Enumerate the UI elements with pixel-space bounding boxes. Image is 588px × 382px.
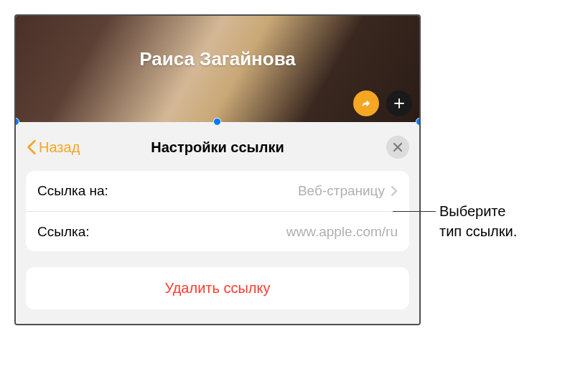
- delete-group: Удалить ссылку: [26, 267, 409, 309]
- link-url-value: www.apple.com/ru: [286, 224, 398, 240]
- close-button[interactable]: [386, 136, 409, 159]
- link-to-row[interactable]: Ссылка на: Веб-страницу: [26, 171, 409, 211]
- link-to-value-text: Веб-страницу: [298, 183, 385, 199]
- back-button[interactable]: Назад: [26, 139, 80, 156]
- settings-group: Ссылка на: Веб-страницу Ссылка: www.appl…: [26, 171, 409, 251]
- callout-text: Выберите тип ссылки.: [439, 201, 517, 241]
- callout-line-1: Выберите: [439, 201, 517, 221]
- callout-leader-line: [393, 211, 436, 212]
- link-to-label: Ссылка на:: [37, 183, 108, 199]
- link-to-value: Веб-страницу: [298, 183, 398, 199]
- popover-panel: Раиса Загайнова: [14, 14, 421, 325]
- delete-link-button[interactable]: Удалить ссылку: [39, 280, 396, 297]
- share-arrow-icon: [360, 97, 373, 110]
- contact-name: Раиса Загайнова: [139, 48, 296, 70]
- link-settings-popover: Назад Настройки ссылки Ссылка на: Веб-ст…: [16, 122, 419, 324]
- add-button[interactable]: [386, 90, 412, 116]
- popover-title: Настройки ссылки: [26, 139, 409, 156]
- chevron-right-icon: [391, 185, 398, 197]
- chevron-left-icon: [26, 139, 37, 155]
- plus-icon: [393, 97, 406, 110]
- link-url-row[interactable]: Ссылка: www.apple.com/ru: [26, 211, 409, 251]
- callout-line-2: тип ссылки.: [439, 221, 517, 241]
- close-icon: [393, 142, 403, 152]
- contact-header-image: Раиса Загайнова: [16, 16, 419, 122]
- link-url-value-text: www.apple.com/ru: [286, 224, 398, 240]
- share-button[interactable]: [353, 90, 379, 116]
- popover-header: Назад Настройки ссылки: [26, 132, 409, 162]
- back-label: Назад: [39, 139, 80, 156]
- link-url-label: Ссылка:: [37, 224, 90, 240]
